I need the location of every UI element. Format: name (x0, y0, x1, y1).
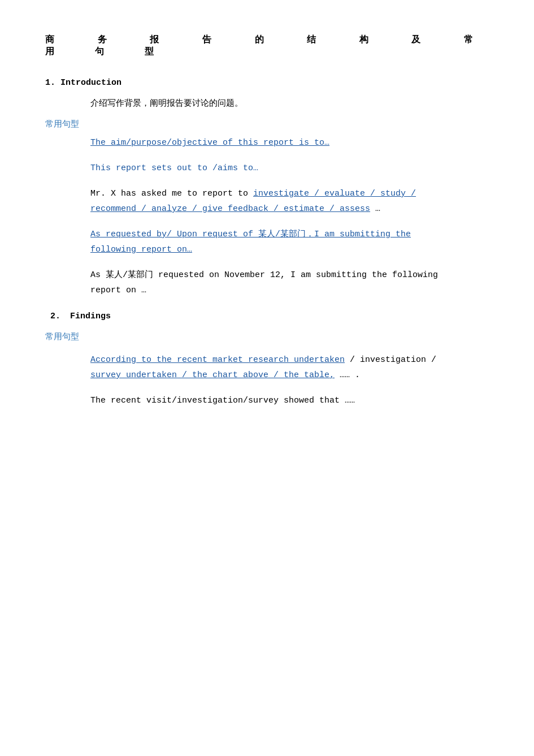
section-2-common-label: 常用句型 (45, 331, 489, 342)
sentence-mr-x: Mr. X has asked me to report to investig… (90, 186, 489, 217)
section-2-title: Findings (70, 312, 111, 321)
section-1-common-label: 常用句型 (45, 119, 489, 129)
sentence-according-to: According to the recent market research … (90, 352, 489, 383)
page-title: 商 务 报 告 的 结 构 及 常 用 句 型 (45, 34, 489, 58)
sentence-as-person: As 某人/某部门 requested on November 12, I am… (90, 267, 489, 298)
section-1-number: 1. (45, 78, 55, 88)
section-2-heading: 2. Findings (45, 312, 489, 321)
section-1-heading: 1. Introduction (45, 78, 489, 88)
sentence-recent-visit: The recent visit/investigation/survey sh… (90, 393, 489, 408)
sentence-as-requested: As requested by/ Upon request of 某人/某部门，… (90, 227, 489, 257)
sentence-aim: The aim/purpose/objective of this report… (90, 135, 489, 150)
section-findings: 2. Findings 常用句型 According to the recent… (45, 312, 489, 408)
section-1-chinese-desc: 介绍写作背景，阐明报告要讨论的问题。 (90, 98, 489, 109)
sentence-sets-out: This report sets out to /aims to… (90, 161, 489, 176)
section-introduction: 1. Introduction 介绍写作背景，阐明报告要讨论的问题。 常用句型 … (45, 78, 489, 298)
section-1-title: Introduction (60, 78, 121, 88)
